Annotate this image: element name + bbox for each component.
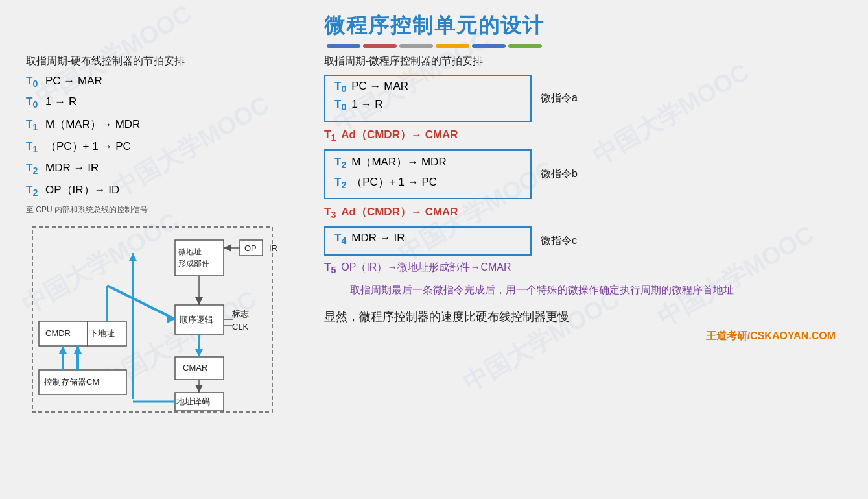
timing-row-0a: T0 PC → MAR xyxy=(26,75,305,89)
bar-green xyxy=(508,44,542,48)
signal-label: 至 CPU 内部和系统总线的控制信号 xyxy=(26,204,305,215)
svg-text:IR: IR xyxy=(269,243,277,253)
svg-marker-22 xyxy=(59,346,67,354)
bottom-note: 取指周期最后一条微指令完成后，用一个特殊的微操作确定执行周期的微程序首地址 xyxy=(350,282,842,298)
page-title: 微程序控制单元的设计 xyxy=(26,12,842,40)
expr-2b: OP（IR）→ ID xyxy=(45,182,119,197)
t-blue-2a: T2 xyxy=(334,156,346,170)
expr-right-0a: PC → MAR xyxy=(351,80,408,93)
svg-marker-35 xyxy=(224,244,231,252)
t-label-0a: T0 xyxy=(26,75,40,89)
t-label-2b: T2 xyxy=(26,184,40,198)
t-purple-5: T5 xyxy=(324,261,336,275)
svg-rect-7 xyxy=(175,240,224,276)
expr-1a: M（MAR）→ MDR xyxy=(45,117,140,132)
t1-red-row: T1 Ad（CMDR）→ CMAR xyxy=(324,127,842,143)
micro-box-b: T2 M（MAR）→ MDR T2 （PC）+ 1 → PC xyxy=(324,149,532,199)
t-label-0b: T0 xyxy=(26,95,40,110)
svg-marker-39 xyxy=(195,385,203,393)
t-blue-4: T4 xyxy=(334,232,346,246)
t5-purple-row: T5 OP（IR）→微地址形成部件→CMAR xyxy=(324,261,842,275)
timing-row-1a: T1 M（MAR）→ MDR xyxy=(26,117,305,132)
t-blue-0a: T0 xyxy=(334,80,346,94)
expr-0a: PC → MAR xyxy=(45,75,102,88)
micro-a-row-0: T0 PC → MAR xyxy=(334,80,521,94)
t-blue-2b: T2 xyxy=(334,176,346,190)
footer-brand: 王道考研/CSKAOYAN.COM xyxy=(324,330,842,343)
svg-marker-29 xyxy=(195,349,203,357)
svg-marker-27 xyxy=(74,346,82,354)
title-area: 微程序控制单元的设计 xyxy=(26,12,842,48)
left-column: 取指周期-硬布线控制器的节拍安排 T0 PC → MAR T0 1 → R T1… xyxy=(26,55,305,422)
color-bar xyxy=(26,44,842,48)
timing-row-0b: T0 1 → R xyxy=(26,95,305,110)
diagram-svg: CMDR 下地址 控制存储器CM 微地址 形成部件 顺序逻辑 xyxy=(26,221,292,422)
expr-t1-red: Ad（CMDR）→ CMAR xyxy=(341,127,458,142)
svg-text:形成部件: 形成部件 xyxy=(178,259,209,268)
svg-text:顺序逻辑: 顺序逻辑 xyxy=(180,315,213,324)
micro-group-a: T0 PC → MAR T0 1 → R 微指令a xyxy=(324,75,842,122)
micro-group-c: T4 MDR → IR 微指令c xyxy=(324,226,842,255)
micro-c-row-0: T4 MDR → IR xyxy=(334,232,521,246)
content-area: 取指周期-硬布线控制器的节拍安排 T0 PC → MAR T0 1 → R T1… xyxy=(26,55,842,422)
micro-label-c: 微指令c xyxy=(541,234,577,248)
timing-row-1b: T1 （PC）+ 1 → PC xyxy=(26,139,305,154)
expr-right-4: MDR → IR xyxy=(351,232,405,245)
right-section-title: 取指周期-微程序控制器的节拍安排 xyxy=(324,55,842,68)
timing-row-2b: T2 OP（IR）→ ID xyxy=(26,182,305,198)
svg-text:下地址: 下地址 xyxy=(89,328,115,338)
expr-0b: 1 → R xyxy=(45,95,76,108)
bar-blue2 xyxy=(472,44,506,48)
bar-gray xyxy=(399,44,433,48)
svg-text:CLK: CLK xyxy=(232,322,249,332)
t-red-1: T1 xyxy=(324,128,336,143)
expr-right-2a: M（MAR）→ MDR xyxy=(351,154,446,169)
svg-text:CMAR: CMAR xyxy=(183,363,207,372)
expr-right-0b: 1 → R xyxy=(351,98,382,111)
svg-text:地址译码: 地址译码 xyxy=(176,396,210,406)
t3-red-row: T3 Ad（CMDR）→ CMAR xyxy=(324,204,842,220)
note-text: 取指周期最后一条微指令完成后，用一个特殊的微操作确定执行周期的微程序首地址 xyxy=(350,284,734,295)
bar-red xyxy=(363,44,397,48)
left-section-title: 取指周期-硬布线控制器的节拍安排 xyxy=(26,55,305,68)
bar-orange xyxy=(436,44,469,48)
svg-text:控制存储器CM: 控制存储器CM xyxy=(44,377,99,387)
expr-1b: （PC）+ 1 → PC xyxy=(45,139,131,154)
micro-box-c: T4 MDR → IR xyxy=(324,226,532,255)
svg-text:标志: 标志 xyxy=(231,309,249,319)
micro-b-row-0: T2 M（MAR）→ MDR xyxy=(334,154,521,170)
bar-blue xyxy=(327,44,360,48)
svg-marker-31 xyxy=(129,253,137,261)
t-label-2a: T2 xyxy=(26,162,40,176)
diagram-area: CMDR 下地址 控制存储器CM 微地址 形成部件 顺序逻辑 xyxy=(26,221,292,422)
expr-right-2b: （PC）+ 1 → PC xyxy=(351,175,437,189)
svg-text:微地址: 微地址 xyxy=(178,247,202,256)
svg-line-24 xyxy=(107,286,175,319)
micro-b-row-1: T2 （PC）+ 1 → PC xyxy=(334,175,521,190)
expr-t5-purple: OP（IR）→微地址形成部件→CMAR xyxy=(341,261,511,274)
micro-box-a: T0 PC → MAR T0 1 → R xyxy=(324,75,532,122)
micro-group-b: T2 M（MAR）→ MDR T2 （PC）+ 1 → PC 微指令b xyxy=(324,149,842,199)
t-red-3: T3 xyxy=(324,206,336,220)
micro-label-a: 微指令a xyxy=(541,91,578,105)
micro-label-b: 微指令b xyxy=(541,167,578,181)
timing-row-2a: T2 MDR → IR xyxy=(26,162,305,176)
svg-text:CMDR: CMDR xyxy=(45,328,71,338)
svg-text:OP: OP xyxy=(244,243,257,253)
svg-marker-33 xyxy=(195,297,203,305)
right-column: 取指周期-微程序控制器的节拍安排 T0 PC → MAR T0 1 → R 微指… xyxy=(305,55,842,422)
t-label-1b: T1 xyxy=(26,140,40,154)
expr-2a: MDR → IR xyxy=(45,162,99,175)
micro-a-row-1: T0 1 → R xyxy=(334,98,521,112)
t-label-1a: T1 xyxy=(26,118,40,132)
expr-t3-red: Ad（CMDR）→ CMAR xyxy=(341,204,458,219)
t-blue-0b: T0 xyxy=(334,98,346,112)
obviously-text: 显然，微程序控制器的速度比硬布线控制器更慢 xyxy=(324,309,842,324)
